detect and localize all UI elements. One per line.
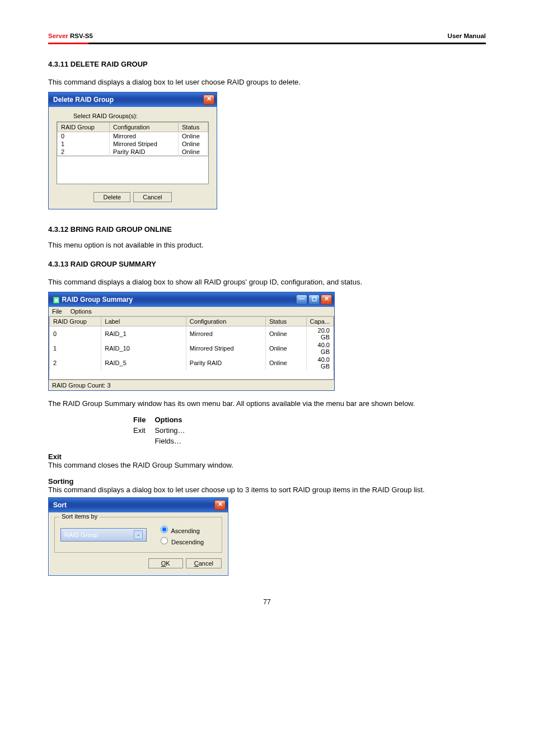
menu-hdr-file: File xyxy=(133,415,153,424)
dialog-titlebar: Sort ✕ xyxy=(49,498,228,512)
dialog-titlebar: Delete RAID Group ✕ xyxy=(49,92,217,107)
section-4311-title: 4.3.11 DELETE RAID GROUP xyxy=(48,60,486,68)
page-number: 77 xyxy=(48,598,486,606)
summary-statusbar: RAID Group Count: 3 xyxy=(49,380,334,390)
table-row[interactable]: 2Parity RAIDOnline xyxy=(58,148,208,156)
exit-body: This command closes the RAID Group Summa… xyxy=(48,461,233,469)
dialog-title: ■RAID Group Summary xyxy=(53,296,133,304)
sorting-heading: Sorting xyxy=(48,477,74,486)
close-icon[interactable]: ✕ xyxy=(321,295,332,305)
close-icon[interactable]: ✕ xyxy=(214,500,226,510)
dialog-title: Delete RAID Group xyxy=(53,96,114,104)
table-row[interactable]: 1Mirrored StripedOnline xyxy=(58,140,208,148)
menu-item-fields: Fields… xyxy=(154,436,193,446)
delete-raid-dialog: Delete RAID Group ✕ Select RAID Groups(s… xyxy=(48,92,217,209)
table-row[interactable]: 0RAID_1MirroredOnline20.0 GB xyxy=(50,326,334,341)
delete-subtitle: Select RAID Groups(s): xyxy=(73,113,209,119)
app-icon: ■ xyxy=(53,297,59,304)
delete-raid-table[interactable]: RAID Group Configuration Status 0Mirrore… xyxy=(57,122,208,156)
sort-groupbox: Sort items by RAID Group ⌄ Ascending Des… xyxy=(54,517,222,553)
page-header: Server RSV-S5 User Manual xyxy=(48,32,486,39)
col-configuration[interactable]: Configuration xyxy=(186,316,265,326)
header-right: User Manual xyxy=(448,32,486,39)
table-row[interactable]: 2RAID_5Parity RAIDOnline40.0 GB xyxy=(50,356,334,370)
col-label[interactable]: Label xyxy=(101,316,186,326)
header-model: RSV-S5 xyxy=(68,32,93,39)
groupbox-legend: Sort items by xyxy=(59,513,100,520)
menu-file[interactable]: File xyxy=(52,308,62,315)
summary-menubar: File Options xyxy=(49,307,334,316)
section-4313-body: This command displays a dialog box to sh… xyxy=(48,277,486,287)
minimize-icon[interactable]: — xyxy=(296,295,307,305)
col-capacity[interactable]: Capa... xyxy=(306,316,333,326)
menu-hdr-options: Options xyxy=(154,415,193,424)
close-icon[interactable]: ✕ xyxy=(203,95,214,105)
section-4312-title: 4.3.12 BRING RAID GROUP ONLINE xyxy=(48,225,486,234)
col-raid-group[interactable]: RAID Group xyxy=(50,316,101,326)
section-4313-body2: The RAID Group Summary window has its ow… xyxy=(48,399,486,409)
summary-table[interactable]: RAID Group Label Configuration Status Ca… xyxy=(49,316,334,379)
cancel-button[interactable]: Cancel xyxy=(133,192,171,202)
table-row[interactable]: 1RAID_10Mirrored StripedOnline40.0 GB xyxy=(50,341,334,356)
menu-item-sorting: Sorting… xyxy=(154,426,193,435)
header-rule xyxy=(48,43,486,44)
dialog-title: Sort xyxy=(53,501,67,509)
combo-value: RAID Group xyxy=(64,531,98,538)
table-row[interactable]: 0MirroredOnline xyxy=(58,132,208,140)
menu-options-table: File Options Exit Sorting… Fields… xyxy=(132,414,194,447)
menu-options[interactable]: Options xyxy=(71,308,92,315)
sort-dialog: Sort ✕ Sort items by RAID Group ⌄ Ascend… xyxy=(48,497,228,576)
header-left: Server RSV-S5 xyxy=(48,32,93,39)
delete-button[interactable]: Delete xyxy=(93,192,130,202)
cancel-button[interactable]: Cancel xyxy=(186,558,222,568)
chevron-down-icon[interactable]: ⌄ xyxy=(134,530,143,539)
sort-field-combo[interactable]: RAID Group ⌄ xyxy=(60,528,147,542)
section-4311-body: This command displays a dialog box to le… xyxy=(48,77,486,87)
section-4313-title: 4.3.13 RAID GROUP SUMMARY xyxy=(48,260,486,268)
col-configuration[interactable]: Configuration xyxy=(110,122,179,132)
radio-descending[interactable]: Descending xyxy=(158,535,204,545)
col-status[interactable]: Status xyxy=(265,316,306,326)
sorting-body: This command displays a dialog box to le… xyxy=(48,486,425,494)
menu-item-exit: Exit xyxy=(133,426,153,435)
ok-button[interactable]: OK xyxy=(148,558,183,568)
radio-ascending[interactable]: Ascending xyxy=(158,524,204,534)
col-status[interactable]: Status xyxy=(179,122,208,132)
exit-heading: Exit xyxy=(48,452,62,461)
maximize-icon[interactable]: ◻ xyxy=(308,295,320,305)
header-server: Server xyxy=(48,32,68,39)
raid-summary-dialog: ■RAID Group Summary — ◻ ✕ File Options R… xyxy=(48,292,335,391)
col-raid-group[interactable]: RAID Group xyxy=(58,122,110,132)
dialog-titlebar: ■RAID Group Summary — ◻ ✕ xyxy=(49,292,334,307)
section-4312-body: This menu option is not available in thi… xyxy=(48,240,486,250)
